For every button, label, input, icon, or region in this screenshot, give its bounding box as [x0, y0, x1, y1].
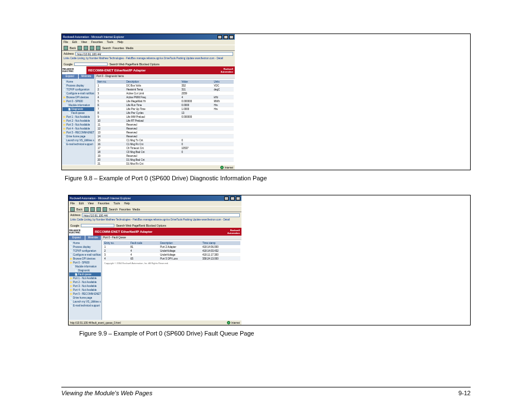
- address-input[interactable]: http://10.91.100.44/: [82, 213, 240, 217]
- stop-icon[interactable]: [84, 46, 88, 50]
- nav-item[interactable]: Process display: [69, 245, 101, 249]
- nav-item[interactable]: Fault queue: [69, 272, 101, 276]
- nav-item[interactable]: Port 2 - Not Available: [69, 280, 101, 284]
- menu-favorites[interactable]: Favorites: [98, 202, 110, 205]
- table-row: 24UnderVoltage418:14:03.432: [103, 249, 240, 253]
- links-list[interactable]: Cattle Listing, by Number Matthew Techno…: [70, 57, 223, 60]
- forward-icon[interactable]: [78, 46, 82, 50]
- nav-item[interactable]: Drive home page: [69, 296, 101, 300]
- google-toolbar[interactable]: Google Search Web PageRank Blocked Optio…: [69, 223, 241, 228]
- nav-item[interactable]: TCP/IP configuration: [69, 249, 101, 253]
- nav-item[interactable]: Port 2 - Not Available: [62, 119, 94, 123]
- nav-item[interactable]: Diagnostic: [62, 107, 94, 111]
- nav-item[interactable]: Port 0 - SP600: [69, 261, 101, 265]
- tab-minimize[interactable]: Minimize: [85, 236, 102, 240]
- address-input[interactable]: http://10.91.100.44/: [75, 52, 233, 56]
- refresh-icon[interactable]: [96, 207, 101, 212]
- nav-tree[interactable]: HomeProcess displayTCP/IP configurationC…: [62, 79, 95, 165]
- tab-minimize[interactable]: Minimize: [79, 74, 95, 79]
- nav-item[interactable]: Port 5 - RECOMM-ENET: [69, 292, 101, 296]
- window-titlebar[interactable]: Rockwell Automation - Microsoft Internet…: [62, 34, 235, 40]
- google-search-input[interactable]: [74, 63, 108, 66]
- back-icon[interactable]: [64, 46, 68, 50]
- nav-item[interactable]: Port 4 - Not Available: [69, 288, 101, 292]
- links-list[interactable]: Cattle Listing, by Number Matthew Techno…: [77, 218, 230, 221]
- nav-item[interactable]: E-mail technical support: [69, 304, 101, 308]
- google-logo[interactable]: Google: [64, 63, 72, 66]
- nav-item[interactable]: Module information: [62, 103, 94, 107]
- window-title: Rockwell Automation - Microsoft Internet…: [63, 35, 217, 39]
- maximize-icon[interactable]: □: [230, 197, 235, 200]
- nav-item[interactable]: Configure e-mail notification: [62, 92, 94, 95]
- content-tab[interactable]: Port 0 - Fault Queue: [102, 236, 241, 240]
- google-buttons[interactable]: Search Web PageRank Blocked Options: [116, 224, 166, 227]
- google-buttons[interactable]: Search Web PageRank Blocked Options: [109, 63, 159, 66]
- nav-item[interactable]: TCP/IP configuration: [62, 88, 94, 92]
- close-icon[interactable]: ×: [229, 35, 234, 39]
- toolbar[interactable]: Back Search Favorites Media: [62, 45, 235, 51]
- nav-item[interactable]: Port 4 - Not Available: [62, 127, 94, 131]
- media-label[interactable]: Media: [133, 208, 141, 211]
- nav-item[interactable]: Home: [62, 80, 94, 84]
- minimize-icon[interactable]: _: [224, 197, 229, 200]
- nav-item[interactable]: Diagnostic: [69, 269, 101, 272]
- google-toolbar[interactable]: Google Search Web PageRank Blocked Optio…: [62, 61, 235, 66]
- menu-tools[interactable]: Tools: [113, 202, 120, 205]
- links-bar[interactable]: Links Cattle Listing, by Number Matthew …: [69, 218, 241, 223]
- google-logo[interactable]: Google: [70, 224, 79, 227]
- nav-item[interactable]: Browse DPI devices: [62, 95, 94, 99]
- nav-item[interactable]: Port 0 - SP600: [62, 99, 94, 103]
- nav-item[interactable]: Drive home page: [62, 135, 94, 138]
- media-label[interactable]: Media: [126, 46, 134, 50]
- nav-tree[interactable]: HomeProcess displayTCP/IP configurationC…: [69, 240, 101, 320]
- ie-window-diagnostic: Rockwell Automation - Microsoft Internet…: [62, 34, 235, 170]
- nav-item[interactable]: Launch my VS_Utilities softw: [69, 300, 101, 304]
- nav-item[interactable]: Port 3 - Not Available: [69, 284, 101, 288]
- nav-item[interactable]: Port 3 - Not Available: [62, 123, 94, 127]
- nav-item[interactable]: Home: [69, 241, 101, 245]
- home-icon[interactable]: [96, 46, 100, 50]
- menu-help[interactable]: Help: [118, 40, 123, 44]
- search-label[interactable]: Search: [102, 46, 111, 50]
- menu-view[interactable]: View: [81, 40, 87, 44]
- window-controls: _ □ ×: [224, 197, 240, 200]
- menu-tools[interactable]: Tools: [107, 40, 113, 44]
- minimize-icon[interactable]: _: [217, 35, 222, 39]
- toolbar[interactable]: Back Search Favorites Media: [69, 206, 241, 212]
- refresh-icon[interactable]: [90, 46, 94, 50]
- nav-item[interactable]: E-mail technical support: [62, 142, 94, 146]
- maximize-icon[interactable]: □: [224, 35, 228, 39]
- menu-help[interactable]: Help: [124, 202, 130, 205]
- nav-item[interactable]: Port 1 - Not Available: [62, 115, 94, 119]
- tab-expand[interactable]: Expand: [62, 74, 79, 79]
- favorites-label[interactable]: Favorites: [119, 208, 131, 211]
- content-tab[interactable]: Port 0 - Diagnostic Items: [95, 74, 235, 79]
- nav-item[interactable]: Port 5 - RECOMM-ENET: [62, 131, 94, 135]
- nav-item[interactable]: Configure e-mail notification: [69, 253, 101, 257]
- stop-icon[interactable]: [90, 207, 95, 212]
- nav-item[interactable]: Browse DPI devices: [69, 257, 101, 261]
- nav-item[interactable]: Port 1 - Not Available: [69, 276, 101, 280]
- favorites-label[interactable]: Favorites: [113, 46, 124, 50]
- nav-item[interactable]: Fault queue: [62, 111, 94, 115]
- forward-icon[interactable]: [84, 207, 89, 212]
- menu-view[interactable]: View: [88, 202, 94, 205]
- menubar[interactable]: File Edit View Favorites Tools Help: [69, 201, 241, 206]
- search-label[interactable]: Search: [109, 208, 118, 211]
- window-titlebar[interactable]: Rockwell Automation - Microsoft Internet…: [69, 195, 241, 201]
- home-icon[interactable]: [103, 207, 107, 212]
- menu-favorites[interactable]: Favorites: [91, 40, 103, 44]
- menubar[interactable]: File Edit View Favorites Tools Help: [62, 40, 235, 45]
- links-bar[interactable]: Links Cattle Listing, by Number Matthew …: [62, 56, 235, 61]
- menu-file[interactable]: File: [64, 40, 68, 44]
- back-icon[interactable]: [70, 207, 75, 212]
- nav-item[interactable]: Launch my VS_Utilities softw: [62, 138, 94, 142]
- menu-edit[interactable]: Edit: [79, 202, 84, 205]
- nav-item[interactable]: Process display: [62, 84, 94, 88]
- close-icon[interactable]: ×: [236, 197, 240, 200]
- google-search-input[interactable]: [81, 224, 114, 227]
- menu-edit[interactable]: Edit: [72, 40, 77, 44]
- nav-item[interactable]: Module information: [69, 265, 101, 269]
- tab-expand[interactable]: Expand: [69, 236, 85, 240]
- menu-file[interactable]: File: [70, 202, 75, 205]
